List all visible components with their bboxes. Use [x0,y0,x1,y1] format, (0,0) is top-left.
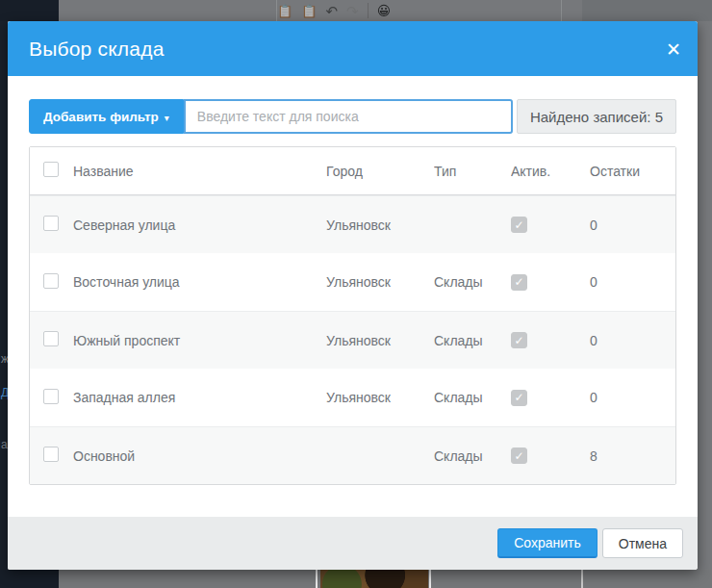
select-all-checkbox[interactable] [43,162,59,177]
table-cell-border [581,570,583,588]
table-row[interactable]: ОсновнойСклады✓8 [30,426,675,484]
row-checkbox-cell [30,389,73,407]
cell-stock: 0 [590,333,675,348]
active-checkbox: ✓ [511,447,527,464]
table-cell-border [316,570,318,588]
table-body: Северная улицаУльяновск✓0Восточная улица… [30,195,675,484]
cell-active: ✓ [511,389,590,406]
filter-row: Добавить фильтр ▾ Найдено записей: 5 [29,99,676,134]
paste-icon: 📋 [277,5,292,17]
cell-name: Северная улица [73,217,326,233]
cell-type: Склады [434,390,511,405]
table-header-row: Название Город Тип Актив. Остатки [30,147,675,195]
sidebar-item-fragment: Ди [1,386,8,399]
undo-icon: ↶ [325,4,338,18]
active-checkbox: ✓ [511,332,527,348]
cancel-button[interactable]: Отмена [602,528,683,558]
cell-stock: 8 [590,448,675,464]
row-checkbox-cell [30,216,73,234]
cell-type: Склады [434,333,511,348]
cell-name: Западная аллея [73,390,326,405]
warehouse-table: Название Город Тип Актив. Остатки Северн… [29,146,676,485]
table-row[interactable]: Южный проспектУльяновскСклады✓0 [30,311,675,369]
active-checkbox: ✓ [511,274,527,291]
column-header-city: Город [326,164,434,179]
row-checkbox-cell [30,331,73,349]
cell-active: ✓ [511,447,590,465]
table-row[interactable]: Восточная улицаУльяновскСклады✓0 [30,253,675,311]
modal-body: Добавить фильтр ▾ Найдено записей: 5 Наз… [8,76,698,485]
close-icon[interactable]: ✕ [666,39,681,58]
cell-name: Основной [73,448,326,464]
table-row[interactable]: Западная аллеяУльяновскСклады✓0 [30,369,675,426]
screen: 📋 📋 ↶ ↷ 😀 ж Ди ал Выбор склада ✕ Добав [0,0,712,588]
cell-stock: 0 [590,274,675,290]
warehouse-select-modal: Выбор склада ✕ Добавить фильтр ▾ Найдено… [8,21,698,570]
cell-stock: 0 [590,390,675,405]
search-input[interactable] [184,99,513,134]
table-row[interactable]: Северная улицаУльяновск✓0 [30,195,675,253]
row-checkbox[interactable] [43,447,59,462]
background-page-area [582,0,712,21]
cell-city: Ульяновск [326,333,434,348]
column-header-type: Тип [434,164,511,179]
column-header-active: Актив. [511,164,590,179]
cell-city: Ульяновск [326,390,434,405]
product-photo [320,570,428,588]
cell-active: ✓ [511,217,590,234]
paste-word-icon: 📋 [301,5,317,17]
toolbar-separator [561,0,562,21]
chevron-down-icon: ▾ [165,113,169,123]
cell-name: Южный проспект [73,333,326,348]
sidebar-top-sliver [0,0,59,21]
cell-stock: 0 [590,217,675,233]
cell-active: ✓ [511,332,590,349]
modal-header: Выбор склада ✕ [8,21,698,76]
add-filter-button[interactable]: Добавить фильтр ▾ [29,99,184,134]
active-checkbox: ✓ [511,390,527,406]
toolbar-separator [368,3,369,18]
records-found-badge: Найдено записей: 5 [517,99,676,134]
column-header-name: Название [73,164,326,179]
cell-name: Восточная улица [73,274,326,290]
table-cell-border [429,570,431,588]
cell-type: Склады [434,448,511,464]
modal-footer: Сохранить Отмена [8,517,698,570]
sidebar-item-fragment: ж [1,352,8,366]
background-toolbar-strip: 📋 📋 ↶ ↷ 😀 [0,0,712,21]
save-button[interactable]: Сохранить [497,528,598,558]
active-checkbox: ✓ [511,217,527,233]
background-sidebar-sliver: ж Ди ал [0,21,8,570]
row-checkbox[interactable] [43,331,59,346]
redo-icon: ↷ [346,4,359,18]
row-checkbox[interactable] [43,273,59,289]
cell-type: Склады [434,274,511,290]
row-checkbox-cell [30,447,73,465]
editor-toolbar: 📋 📋 ↶ ↷ 😀 [277,0,391,21]
emoji-icon: 😀 [377,4,392,17]
row-checkbox[interactable] [43,216,59,231]
row-checkbox-cell [30,273,73,292]
cell-active: ✓ [511,273,590,291]
cell-city: Ульяновск [326,274,434,290]
modal-title: Выбор склада [29,38,165,61]
background-bottom-strip [0,570,712,588]
sidebar-bottom-sliver [0,570,59,588]
column-header-stock: Остатки [590,164,675,179]
cell-city: Ульяновск [326,217,434,233]
add-filter-label: Добавить фильтр [43,110,159,124]
row-checkbox[interactable] [43,389,59,404]
sidebar-item-fragment: ал [1,438,8,451]
